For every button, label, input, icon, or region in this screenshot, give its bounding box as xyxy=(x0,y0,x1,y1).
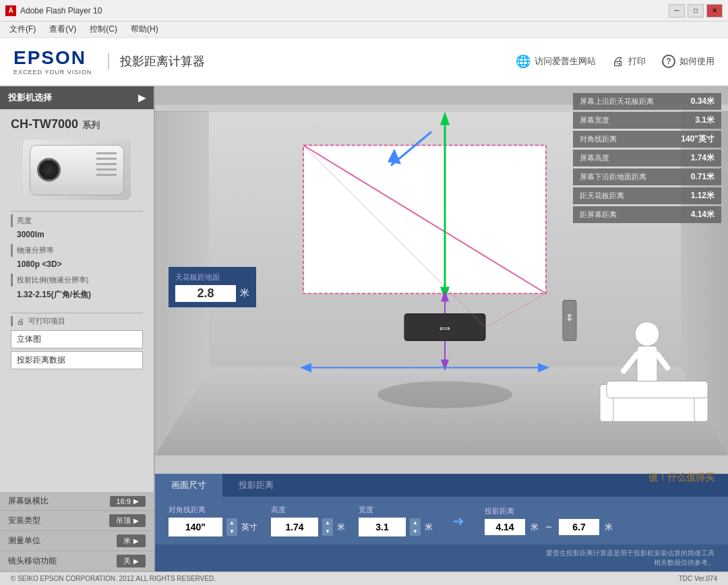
footer-copyright: © SEIKO EPSON CORPORATION. 2012.ALL RIGH… xyxy=(11,575,216,582)
brand-name: EPSON xyxy=(13,47,92,69)
height-down-button[interactable]: ▼ xyxy=(322,527,333,536)
spec-value-brightness: 3000lm xyxy=(11,229,143,242)
printable-header: 🖨 可打印项目 xyxy=(11,316,143,326)
setting-lens-value[interactable]: 关 ▶ xyxy=(117,555,146,567)
meas-value-2: 140"英寸 xyxy=(681,133,715,145)
svg-text:⟺: ⟺ xyxy=(439,324,450,332)
setting-unit-value[interactable]: 米 ▶ xyxy=(117,534,146,547)
measurement-screen-width: 屏幕宽度 3.1米 xyxy=(573,112,721,129)
epson-logo: EPSON EXCEED YOUR VISION xyxy=(13,47,92,75)
note-text: 爱普生投影距离计算器是用于投影机安装估算的简便工具相关数据仅供参考。 xyxy=(546,549,715,566)
window-controls[interactable]: ─ □ ✕ xyxy=(669,4,723,18)
tab-screen-size[interactable]: 画面尺寸 xyxy=(155,474,222,497)
setting-lens-label: 镜头移动功能 xyxy=(8,555,57,567)
height-input[interactable] xyxy=(271,518,318,536)
restore-button[interactable]: □ xyxy=(688,4,704,18)
chevron-right-unit-icon: ▶ xyxy=(133,537,139,545)
width-spinners[interactable]: ▲ ▼ xyxy=(410,518,421,536)
diagonal-spinners[interactable]: ▲ ▼ xyxy=(226,518,237,536)
width-input-group: 宽度 ▲ ▼ 米 xyxy=(359,505,433,536)
setting-mount-value[interactable]: 吊顶 ▶ xyxy=(109,514,146,527)
meas-value-0: 0.34米 xyxy=(691,96,715,107)
print-item-3d[interactable]: 立体图 xyxy=(11,330,143,348)
setting-unit-label: 测量单位 xyxy=(8,535,40,547)
height-spinners[interactable]: ▲ ▼ xyxy=(322,518,333,536)
meas-label-1: 屏幕宽度 xyxy=(580,115,609,125)
nav-help[interactable]: ? 如何使用 xyxy=(662,55,715,68)
projector-model: CH-TW7000 系列 xyxy=(0,109,154,134)
nav-website[interactable]: 🌐 访问爱普生网站 xyxy=(516,54,596,69)
close-button[interactable]: ✕ xyxy=(706,4,723,18)
meas-label-2: 对角线距离 xyxy=(580,134,617,144)
projector-vent-shape xyxy=(96,152,117,186)
watermark: 值！什么值得买 xyxy=(648,472,715,484)
nav-help-label: 如何使用 xyxy=(679,55,715,67)
result-label: 投影距离 xyxy=(485,506,613,516)
menu-view[interactable]: 查看(V) xyxy=(42,22,83,36)
projector-lens-shape xyxy=(37,158,61,182)
diagonal-input[interactable] xyxy=(169,518,222,536)
diagonal-label: 对角线距离 xyxy=(169,505,257,515)
meas-label-5: 距天花板距离 xyxy=(580,191,624,201)
menu-bar: 文件(F) 查看(V) 控制(C) 帮助(H) xyxy=(0,22,728,38)
menu-file[interactable]: 文件(F) xyxy=(3,22,42,36)
result-unit2: 米 xyxy=(605,522,613,533)
measurement-screen-dist: 距屏幕距离 4.14米 xyxy=(573,206,721,223)
meas-value-1: 3.1米 xyxy=(695,115,715,126)
setting-mount-type[interactable]: 安装类型 吊顶 ▶ xyxy=(0,511,154,531)
globe-icon: 🌐 xyxy=(516,54,530,69)
diagonal-up-button[interactable]: ▲ xyxy=(226,518,237,527)
brand-tagline: EXCEED YOUR VISION xyxy=(13,69,92,75)
app-title: Adobe Flash Player 10 xyxy=(20,6,669,16)
setting-unit[interactable]: 测量单位 米 ▶ xyxy=(0,531,154,551)
diagonal-unit: 英寸 xyxy=(241,522,257,533)
menu-control[interactable]: 控制(C) xyxy=(83,22,124,36)
projector-series-label: 系列 xyxy=(82,120,100,130)
diagonal-input-row: ▲ ▼ 英寸 xyxy=(169,518,257,536)
projector-image-area xyxy=(0,134,154,206)
svg-rect-39 xyxy=(607,381,708,398)
measurement-screen-height: 屏幕高度 1.74米 xyxy=(573,150,721,166)
spec-value-throw: 1.32-2.15(广角/长焦) xyxy=(11,288,143,303)
svg-point-28 xyxy=(635,322,659,346)
meas-value-6: 4.14米 xyxy=(691,209,715,220)
app-body: 投影机选择 ▶ CH-TW7000 系列 xyxy=(0,86,728,572)
diagonal-down-button[interactable]: ▼ xyxy=(226,527,237,536)
setting-lens-shift[interactable]: 镜头移动功能 关 ▶ xyxy=(0,551,154,572)
spec-label-brightness: 亮度 xyxy=(11,214,143,227)
ceiling-value-input[interactable]: 2.8 xyxy=(175,285,236,302)
page-title: 投影距离计算器 xyxy=(108,53,205,69)
bottom-panel: 画面尺寸 投影距离 对角线距离 ▲ ▼ 英寸 xyxy=(155,474,728,572)
menu-help[interactable]: 帮助(H) xyxy=(124,22,165,36)
projector-body-shape xyxy=(30,145,124,195)
ceiling-input-box[interactable]: 天花板距地面 2.8 米 xyxy=(169,267,256,307)
height-up-button[interactable]: ▲ xyxy=(322,518,333,527)
result-group: 投影距离 4.14 米 ～ 6.7 米 xyxy=(485,506,613,535)
spec-label-resolution: 物液分辨率 xyxy=(11,244,143,257)
bottom-note: 爱普生投影距离计算器是用于投影机安装估算的简便工具相关数据仅供参考。 xyxy=(155,545,728,572)
setting-aspect-value[interactable]: 16:9 ▶ xyxy=(110,496,146,507)
footer-version: TDC Ver.074 xyxy=(679,575,717,582)
measurements-panel: 屏幕上沿距天花板距离 0.34米 屏幕宽度 3.1米 对角线距离 140"英寸 … xyxy=(573,93,721,225)
width-label: 宽度 xyxy=(359,505,433,515)
width-input[interactable] xyxy=(359,518,406,536)
projector-select-header[interactable]: 投影机选择 ▶ xyxy=(0,86,154,109)
chevron-right-small-icon: ▶ xyxy=(133,497,139,505)
meas-label-6: 距屏幕距离 xyxy=(580,210,617,220)
result-unit1: 米 xyxy=(530,522,539,533)
spec-value-resolution: 1080p <3D> xyxy=(11,259,143,272)
print-item-data[interactable]: 投影距离数据 xyxy=(11,351,143,369)
measurement-ceiling-to-screen: 屏幕上沿距天花板距离 0.34米 xyxy=(573,93,721,110)
meas-value-5: 1.12米 xyxy=(691,190,715,202)
measurement-floor-to-screen: 屏幕下沿距地面距离 0.71米 xyxy=(573,168,721,185)
tab-throw-distance[interactable]: 投影距离 xyxy=(222,474,290,497)
width-down-button[interactable]: ▼ xyxy=(410,527,421,536)
nav-print[interactable]: 🖨 打印 xyxy=(612,55,646,69)
width-up-button[interactable]: ▲ xyxy=(410,518,421,527)
chevron-right-lens-icon: ▶ xyxy=(133,557,139,565)
svg-rect-36 xyxy=(607,395,708,422)
projector-image xyxy=(23,140,131,200)
meas-value-3: 1.74米 xyxy=(691,152,715,164)
setting-aspect-ratio[interactable]: 屏幕纵横比 16:9 ▶ xyxy=(0,492,154,511)
minimize-button[interactable]: ─ xyxy=(669,4,685,18)
